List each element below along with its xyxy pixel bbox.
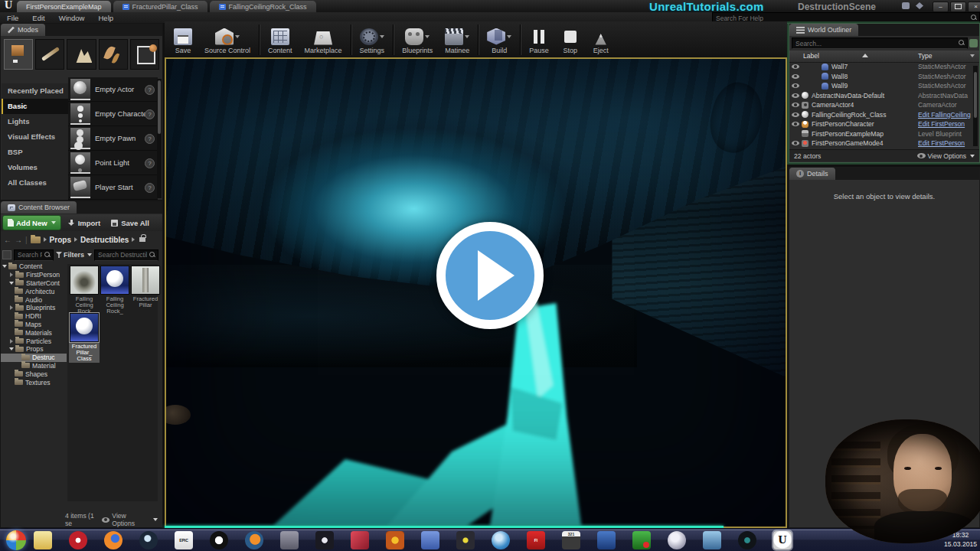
- item-player-start[interactable]: Player Start?: [68, 175, 158, 200]
- outliner-search-input[interactable]: [792, 38, 967, 48]
- camera-lens-icon[interactable]: [738, 531, 756, 549]
- visibility-eye-icon[interactable]: [792, 103, 799, 107]
- eject-button[interactable]: Eject: [586, 24, 616, 56]
- level-viewport[interactable]: [165, 57, 787, 528]
- item-point-light[interactable]: Point Light?: [68, 151, 158, 175]
- scrollbar-thumb[interactable]: [974, 72, 977, 118]
- app-globe-icon[interactable]: [492, 531, 510, 549]
- mode-foliage-button[interactable]: [99, 39, 128, 70]
- collapsed-arrow-icon[interactable]: [10, 305, 13, 310]
- matinee-button[interactable]: Matinee: [439, 24, 475, 56]
- actor-row-firstpersoncharacter[interactable]: FirstPersonCharacterEdit FirstPerson: [789, 119, 979, 129]
- unity-icon[interactable]: [210, 531, 228, 549]
- outliner-filter-icon[interactable]: [969, 39, 978, 47]
- tree-item-maps[interactable]: Maps: [1, 321, 67, 329]
- actor-row-cameraactor4[interactable]: CameraActor4CameraActor: [789, 100, 979, 110]
- back-arrow-icon[interactable]: ←: [4, 236, 11, 244]
- visibility-eye-icon[interactable]: [792, 122, 799, 126]
- tab-modes[interactable]: Modes: [1, 24, 45, 36]
- help-icon[interactable]: ?: [145, 85, 155, 95]
- screen-recorder-icon[interactable]: [632, 531, 651, 549]
- build-button[interactable]: Build: [481, 24, 518, 56]
- menu-window[interactable]: Window: [52, 14, 92, 22]
- tree-item-audio[interactable]: Audio: [1, 295, 67, 304]
- mode-geometry-button[interactable]: [130, 39, 159, 70]
- tree-item-hdri[interactable]: HDRI: [1, 312, 67, 321]
- firefox-icon[interactable]: [104, 531, 122, 549]
- category-basic[interactable]: Basic: [2, 99, 68, 114]
- blender-icon[interactable]: [245, 531, 263, 549]
- save-all-button[interactable]: Save All: [107, 219, 153, 227]
- category-bsp[interactable]: BSP: [2, 145, 68, 160]
- unreal-engine-taskbar-icon[interactable]: U: [773, 531, 792, 549]
- collapse-sources-icon[interactable]: [2, 250, 11, 259]
- start-button[interactable]: [6, 530, 26, 550]
- minimize-button[interactable]: –: [933, 2, 949, 12]
- actor-row-firstpersongamemode4[interactable]: FirstPersonGameMode4Edit FirstPerson: [789, 139, 979, 148]
- tree-item-materials[interactable]: Materials: [1, 328, 67, 337]
- visibility-eye-icon[interactable]: [792, 74, 799, 79]
- expanded-arrow-icon[interactable]: [2, 265, 7, 268]
- collapsed-arrow-icon[interactable]: [10, 339, 13, 344]
- maximize-button[interactable]: [950, 2, 966, 12]
- visibility-eye-icon[interactable]: [792, 83, 799, 88]
- expanded-arrow-icon[interactable]: [9, 282, 14, 285]
- breadcrumb-props[interactable]: Props: [50, 236, 71, 244]
- folder-icon[interactable]: [31, 236, 41, 243]
- app-grey-icon[interactable]: [280, 531, 299, 549]
- scrollbar-thumb[interactable]: [158, 80, 161, 134]
- menu-edit[interactable]: Edit: [25, 14, 51, 22]
- tree-item-destructibles[interactable]: Destruc: [1, 354, 67, 362]
- tree-item-startercont[interactable]: StarterCont: [1, 279, 67, 288]
- tab-fallingceilingrock-class[interactable]: FallingCeilingRock_Class: [210, 1, 316, 12]
- close-button[interactable]: ×: [968, 2, 980, 12]
- mode-landscape-button[interactable]: [67, 39, 96, 70]
- breadcrumb-destructibles[interactable]: Destructibles: [80, 236, 129, 244]
- asset-falling-ceiling-rock-class[interactable]: Falling Ceiling Rock_: [100, 266, 130, 315]
- chevron-down-icon[interactable]: [970, 54, 975, 57]
- category-visual-effects[interactable]: Visual Effects: [2, 129, 68, 145]
- item-empty-pawn[interactable]: Empty Pawn?: [68, 126, 158, 151]
- category-recently-placed[interactable]: Recently Placed: [2, 83, 68, 99]
- menu-help[interactable]: Help: [91, 14, 120, 22]
- app-blue-icon[interactable]: [421, 531, 439, 549]
- item-empty-actor[interactable]: Empty Actor?: [68, 77, 158, 102]
- video-editor-icon[interactable]: [597, 531, 616, 549]
- tree-item-props[interactable]: Props: [1, 345, 67, 354]
- import-button[interactable]: Import: [64, 219, 105, 227]
- source-control-button[interactable]: Source Control: [198, 24, 256, 56]
- tree-item-textures[interactable]: Textures: [1, 378, 67, 386]
- actor-row-abstractnavdata[interactable]: AbstractNavData-DefaultAbstractNavData: [789, 91, 979, 101]
- stop-button[interactable]: Stop: [555, 24, 586, 56]
- view-options-button[interactable]: View Options: [102, 512, 158, 527]
- category-volumes[interactable]: Volumes: [2, 160, 68, 175]
- edit-blueprint-link[interactable]: Edit FirstPerson: [918, 139, 972, 147]
- edit-blueprint-link[interactable]: Edit FirstPerson: [918, 120, 972, 128]
- mode-place-button[interactable]: [4, 39, 33, 70]
- steam-icon[interactable]: [139, 531, 158, 549]
- tree-item-content[interactable]: Content: [1, 262, 67, 271]
- app-fan-icon[interactable]: [456, 531, 475, 549]
- movie-clapper-icon[interactable]: 321: [562, 531, 580, 549]
- tab-content-browser[interactable]: Content Browser: [1, 201, 77, 214]
- tab-world-outliner[interactable]: World Outliner: [789, 24, 858, 36]
- item-empty-character[interactable]: Empty Character?: [68, 102, 158, 126]
- settings-button[interactable]: Settings: [354, 24, 391, 56]
- pause-button[interactable]: Pause: [523, 24, 555, 56]
- epic-diamond-icon[interactable]: [916, 2, 923, 9]
- photo-viewer-icon[interactable]: [703, 531, 721, 549]
- actor-row-firstpersonexamplemap[interactable]: FirstPersonExampleMapLevel Blueprint: [789, 129, 979, 139]
- tree-item-architecture[interactable]: Architectu: [1, 287, 67, 295]
- tree-item-shapes[interactable]: Shapes: [1, 370, 67, 378]
- save-button[interactable]: Save: [168, 24, 198, 56]
- help-icon[interactable]: ?: [145, 158, 155, 168]
- category-all-classes[interactable]: All Classes: [2, 175, 68, 191]
- collapsed-arrow-icon[interactable]: [10, 272, 13, 277]
- edit-blueprint-link[interactable]: Edit FallingCeiling: [918, 111, 972, 119]
- visibility-eye-icon[interactable]: [792, 112, 799, 117]
- tree-item-particles[interactable]: Particles: [1, 337, 67, 345]
- opera-browser-icon[interactable]: [69, 531, 87, 549]
- asset-fractured-pillar[interactable]: Fractured Pillar: [130, 266, 161, 308]
- marketplace-button[interactable]: Marketplace: [299, 24, 348, 56]
- tree-item-firstperson[interactable]: FirstPerson: [1, 271, 67, 279]
